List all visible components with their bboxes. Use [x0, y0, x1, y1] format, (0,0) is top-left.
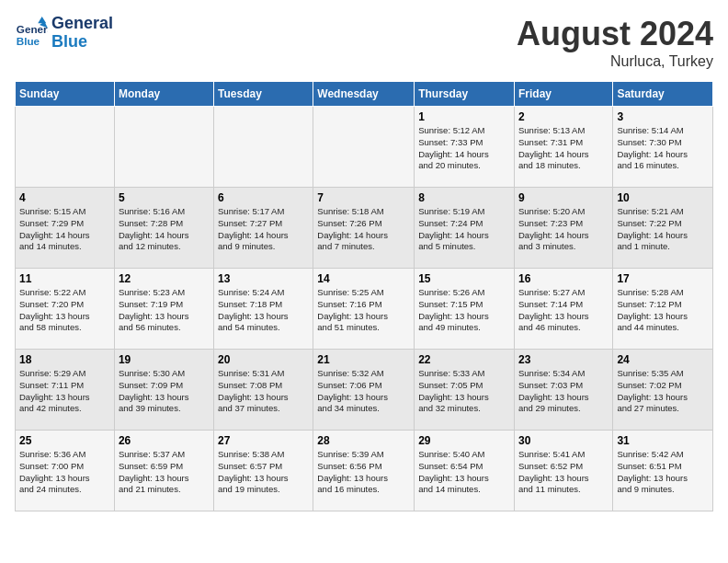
week-row-5: 25Sunrise: 5:36 AMSunset: 7:00 PMDayligh…: [16, 431, 713, 511]
day-content: Sunrise: 5:40 AMSunset: 6:54 PMDaylight:…: [418, 449, 510, 496]
day-content: Sunrise: 5:26 AMSunset: 7:15 PMDaylight:…: [418, 287, 510, 334]
calendar-cell: 31Sunrise: 5:42 AMSunset: 6:51 PMDayligh…: [613, 431, 713, 511]
day-content: Sunrise: 5:38 AMSunset: 6:57 PMDaylight:…: [218, 449, 309, 496]
day-number: 5: [119, 191, 210, 204]
calendar-table: SundayMondayTuesdayWednesdayThursdayFrid…: [15, 81, 713, 511]
day-content: Sunrise: 5:20 AMSunset: 7:23 PMDaylight:…: [518, 206, 609, 253]
week-row-2: 4Sunrise: 5:15 AMSunset: 7:29 PMDaylight…: [16, 188, 713, 269]
day-number: 13: [218, 272, 309, 285]
calendar-cell: 3Sunrise: 5:14 AMSunset: 7:30 PMDaylight…: [613, 107, 713, 188]
day-number: 2: [518, 110, 609, 123]
day-number: 12: [119, 272, 210, 285]
day-number: 3: [617, 110, 709, 123]
calendar-cell: [214, 107, 313, 188]
day-content: Sunrise: 5:18 AMSunset: 7:26 PMDaylight:…: [317, 206, 410, 253]
day-content: Sunrise: 5:31 AMSunset: 7:08 PMDaylight:…: [218, 368, 309, 415]
calendar-cell: 22Sunrise: 5:33 AMSunset: 7:05 PMDayligh…: [415, 350, 515, 431]
day-number: 31: [617, 434, 709, 447]
day-content: Sunrise: 5:33 AMSunset: 7:05 PMDaylight:…: [418, 368, 510, 415]
calendar-cell: 16Sunrise: 5:27 AMSunset: 7:14 PMDayligh…: [514, 269, 612, 350]
day-number: 23: [518, 353, 609, 366]
calendar-cell: 1Sunrise: 5:12 AMSunset: 7:33 PMDaylight…: [415, 107, 515, 188]
day-number: 18: [19, 353, 110, 366]
day-content: Sunrise: 5:37 AMSunset: 6:59 PMDaylight:…: [119, 449, 210, 496]
day-number: 10: [617, 191, 709, 204]
day-number: 9: [518, 191, 609, 204]
day-content: Sunrise: 5:28 AMSunset: 7:12 PMDaylight:…: [617, 287, 709, 334]
calendar-cell: 30Sunrise: 5:41 AMSunset: 6:52 PMDayligh…: [514, 431, 612, 511]
calendar-cell: 27Sunrise: 5:38 AMSunset: 6:57 PMDayligh…: [214, 431, 313, 511]
calendar-cell: 18Sunrise: 5:29 AMSunset: 7:11 PMDayligh…: [16, 350, 115, 431]
day-header-tuesday: Tuesday: [214, 82, 313, 107]
calendar-cell: 24Sunrise: 5:35 AMSunset: 7:02 PMDayligh…: [613, 350, 713, 431]
calendar-cell: 21Sunrise: 5:32 AMSunset: 7:06 PMDayligh…: [313, 350, 415, 431]
calendar-cell: 29Sunrise: 5:40 AMSunset: 6:54 PMDayligh…: [415, 431, 515, 511]
calendar-cell: 7Sunrise: 5:18 AMSunset: 7:26 PMDaylight…: [313, 188, 415, 269]
week-row-1: 1Sunrise: 5:12 AMSunset: 7:33 PMDaylight…: [16, 107, 713, 188]
calendar-cell: [16, 107, 115, 188]
day-number: 4: [19, 191, 110, 204]
day-header-wednesday: Wednesday: [313, 82, 415, 107]
day-number: 19: [119, 353, 210, 366]
day-content: Sunrise: 5:17 AMSunset: 7:27 PMDaylight:…: [218, 206, 309, 253]
title-block: August 2024 Nurluca, Turkey: [517, 15, 713, 70]
day-number: 24: [617, 353, 709, 366]
month-title: August 2024: [517, 15, 713, 53]
calendar-cell: 10Sunrise: 5:21 AMSunset: 7:22 PMDayligh…: [613, 188, 713, 269]
calendar-cell: 23Sunrise: 5:34 AMSunset: 7:03 PMDayligh…: [514, 350, 612, 431]
day-number: 30: [518, 434, 609, 447]
calendar-cell: 11Sunrise: 5:22 AMSunset: 7:20 PMDayligh…: [16, 269, 115, 350]
week-row-4: 18Sunrise: 5:29 AMSunset: 7:11 PMDayligh…: [16, 350, 713, 431]
calendar-cell: 8Sunrise: 5:19 AMSunset: 7:24 PMDaylight…: [415, 188, 515, 269]
calendar-header: SundayMondayTuesdayWednesdayThursdayFrid…: [16, 82, 713, 107]
svg-text:Blue: Blue: [17, 34, 40, 46]
day-number: 27: [218, 434, 309, 447]
svg-marker-2: [38, 17, 46, 23]
day-content: Sunrise: 5:29 AMSunset: 7:11 PMDaylight:…: [19, 368, 110, 415]
day-content: Sunrise: 5:42 AMSunset: 6:51 PMDaylight:…: [617, 449, 709, 496]
day-content: Sunrise: 5:25 AMSunset: 7:16 PMDaylight:…: [317, 287, 410, 334]
calendar-cell: 17Sunrise: 5:28 AMSunset: 7:12 PMDayligh…: [613, 269, 713, 350]
day-content: Sunrise: 5:13 AMSunset: 7:31 PMDaylight:…: [518, 125, 609, 172]
location-subtitle: Nurluca, Turkey: [517, 53, 713, 70]
days-of-week-row: SundayMondayTuesdayWednesdayThursdayFrid…: [16, 82, 713, 107]
day-content: Sunrise: 5:36 AMSunset: 7:00 PMDaylight:…: [19, 449, 110, 496]
day-content: Sunrise: 5:15 AMSunset: 7:29 PMDaylight:…: [19, 206, 110, 253]
day-number: 17: [617, 272, 709, 285]
day-number: 26: [119, 434, 210, 447]
day-content: Sunrise: 5:35 AMSunset: 7:02 PMDaylight:…: [617, 368, 709, 415]
calendar-cell: 2Sunrise: 5:13 AMSunset: 7:31 PMDaylight…: [514, 107, 612, 188]
day-number: 16: [518, 272, 609, 285]
calendar-cell: 13Sunrise: 5:24 AMSunset: 7:18 PMDayligh…: [214, 269, 313, 350]
day-number: 29: [418, 434, 510, 447]
page-header: General Blue General Blue August 2024 Nu…: [15, 15, 713, 70]
calendar-cell: [114, 107, 213, 188]
day-number: 8: [418, 191, 510, 204]
day-number: 11: [19, 272, 110, 285]
calendar-cell: 19Sunrise: 5:30 AMSunset: 7:09 PMDayligh…: [114, 350, 213, 431]
calendar-cell: [313, 107, 415, 188]
calendar-cell: 12Sunrise: 5:23 AMSunset: 7:19 PMDayligh…: [114, 269, 213, 350]
calendar-cell: 9Sunrise: 5:20 AMSunset: 7:23 PMDaylight…: [514, 188, 612, 269]
day-content: Sunrise: 5:23 AMSunset: 7:19 PMDaylight:…: [119, 287, 210, 334]
day-content: Sunrise: 5:30 AMSunset: 7:09 PMDaylight:…: [119, 368, 210, 415]
day-header-monday: Monday: [114, 82, 213, 107]
day-content: Sunrise: 5:39 AMSunset: 6:56 PMDaylight:…: [317, 449, 410, 496]
day-content: Sunrise: 5:12 AMSunset: 7:33 PMDaylight:…: [418, 125, 510, 172]
day-content: Sunrise: 5:27 AMSunset: 7:14 PMDaylight:…: [518, 287, 609, 334]
day-content: Sunrise: 5:32 AMSunset: 7:06 PMDaylight:…: [317, 368, 410, 415]
day-header-saturday: Saturday: [613, 82, 713, 107]
day-content: Sunrise: 5:24 AMSunset: 7:18 PMDaylight:…: [218, 287, 309, 334]
day-number: 15: [418, 272, 510, 285]
calendar-cell: 25Sunrise: 5:36 AMSunset: 7:00 PMDayligh…: [16, 431, 115, 511]
day-content: Sunrise: 5:22 AMSunset: 7:20 PMDaylight:…: [19, 287, 110, 334]
day-header-friday: Friday: [514, 82, 612, 107]
day-content: Sunrise: 5:16 AMSunset: 7:28 PMDaylight:…: [119, 206, 210, 253]
day-header-thursday: Thursday: [415, 82, 515, 107]
calendar-cell: 14Sunrise: 5:25 AMSunset: 7:16 PMDayligh…: [313, 269, 415, 350]
calendar-cell: 6Sunrise: 5:17 AMSunset: 7:27 PMDaylight…: [214, 188, 313, 269]
day-number: 25: [19, 434, 110, 447]
day-content: Sunrise: 5:19 AMSunset: 7:24 PMDaylight:…: [418, 206, 510, 253]
calendar-body: 1Sunrise: 5:12 AMSunset: 7:33 PMDaylight…: [16, 107, 713, 511]
logo: General Blue General Blue: [15, 15, 113, 52]
